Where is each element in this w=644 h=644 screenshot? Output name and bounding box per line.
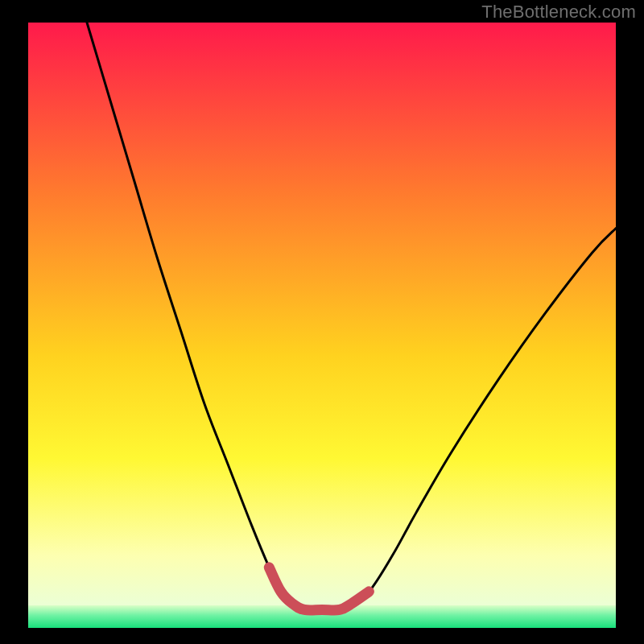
plot-area xyxy=(28,23,616,628)
chart-curves xyxy=(28,23,616,628)
frame: TheBottleneck.com xyxy=(0,0,644,644)
bottleneck-curve xyxy=(87,23,616,610)
watermark-text: TheBottleneck.com xyxy=(481,2,636,23)
optimal-zone-highlight xyxy=(269,568,369,610)
